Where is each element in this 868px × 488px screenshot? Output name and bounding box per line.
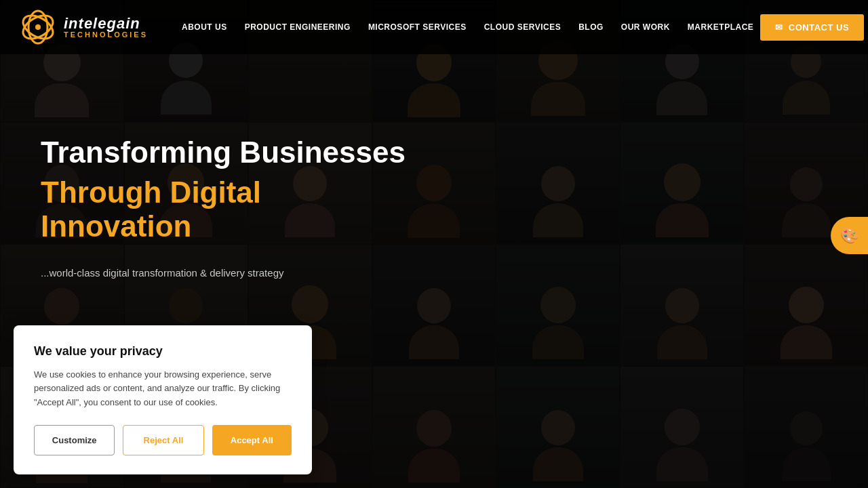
accept-all-button[interactable]: Accept All — [212, 425, 292, 455]
contact-us-button[interactable]: ✉ CONTACT US — [760, 14, 864, 41]
nav-link-product-engineering[interactable]: PRODUCT ENGINEERING — [238, 17, 357, 37]
nav-links: ABOUT US PRODUCT ENGINEERING MICROSOFT S… — [175, 17, 760, 37]
customize-button[interactable]: Customize — [34, 425, 115, 455]
cookie-body: We use cookies to enhance your browsing … — [34, 368, 292, 410]
logo-main-text: intelegain — [64, 16, 148, 31]
navbar: intelegain TECHNOLOGIES ABOUT US PRODUCT… — [0, 0, 868, 54]
palette-button[interactable]: 🎨 — [831, 217, 868, 254]
cookie-actions: Customize Reject All Accept All — [34, 425, 292, 455]
logo-area[interactable]: intelegain TECHNOLOGIES — [20, 9, 148, 45]
hero-subtitle: ...world-class digital transformation & … — [41, 264, 380, 282]
nav-link-our-work[interactable]: OUR WORK — [614, 17, 677, 37]
nav-link-blog[interactable]: BLOG — [572, 17, 610, 37]
nav-link-marketplace[interactable]: MARKETPLACE — [681, 17, 761, 37]
reject-all-button[interactable]: Reject All — [123, 425, 203, 455]
palette-icon: 🎨 — [840, 227, 859, 245]
hero-title-line3: Innovation — [41, 209, 406, 244]
hero-title-line2: Through Digital — [41, 176, 406, 210]
cookie-title: We value your privacy — [34, 344, 292, 359]
svg-point-3 — [35, 24, 41, 30]
contact-us-label: CONTACT US — [789, 22, 849, 33]
email-icon: ✉ — [775, 22, 783, 33]
logo-sub-text: TECHNOLOGIES — [64, 31, 148, 39]
nav-link-microsoft-services[interactable]: MICROSOFT SERVICES — [361, 17, 473, 37]
nav-link-cloud-services[interactable]: CLOUD SERVICES — [477, 17, 568, 37]
hero-title-line1: Transforming Businesses — [41, 136, 406, 170]
cookie-consent-modal: We value your privacy We use cookies to … — [14, 325, 312, 474]
nav-link-about-us[interactable]: ABOUT US — [175, 17, 234, 37]
logo-text: intelegain TECHNOLOGIES — [64, 16, 148, 39]
hero-content: Transforming Businesses Through Digital … — [41, 136, 406, 281]
logo-icon — [20, 9, 56, 45]
